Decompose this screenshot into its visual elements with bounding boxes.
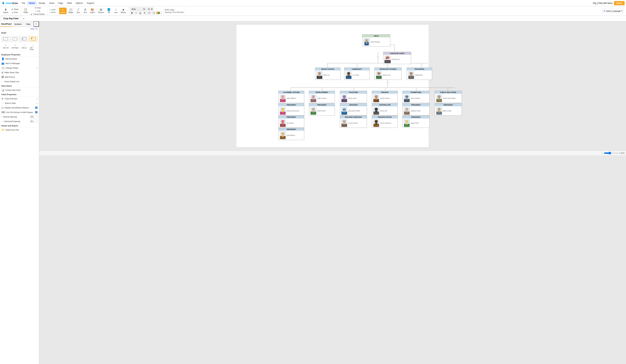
node-pres-dylan[interactable]: PRESIDENT Dylan Forth [402,115,430,128]
shape-rect-pic-left[interactable] [20,36,29,42]
nav-design[interactable]: Design [37,1,47,5]
node-pres-sydney[interactable]: PRESIDENT Sydney Small [402,103,430,115]
horizontal-spacing-input[interactable] [30,120,38,123]
zoom-in-icon[interactable]: + [619,152,620,154]
styles-button[interactable]: 🎨 Styles [89,8,96,14]
add-up-button[interactable]: ↑ Add Up [20,43,29,51]
node-deans-office[interactable]: DEAN'S OFFICE Mike Fox [315,68,340,80]
node-community[interactable]: COMMUNITY Lou Silva [344,68,370,80]
select-button[interactable]: ↖ Select [59,8,67,14]
vertical-spacing-input[interactable] [30,115,38,118]
create-sub-chart-item[interactable]: 📊 Create Sub-Chart [0,88,39,92]
line2-button[interactable]: ─ Line [113,8,119,14]
node-programs-avatar [408,71,414,79]
change-shape-item[interactable]: ⬜ Change Shape ▸ [0,66,39,70]
italic-button[interactable]: I [134,11,137,14]
node-pres-star[interactable]: PRESIDENT Star Matson [278,128,304,140]
export-button[interactable]: ⬆ Export [2,8,9,14]
node-pres-ilya[interactable]: PRESIDENT Ilya Misha [278,115,304,128]
use-ctrl-checkbox[interactable] [35,111,38,113]
node-programs[interactable]: PROGRAMS Phillip Bert [407,68,432,80]
node-pres-star-body: Star Matson [278,131,304,140]
tab-corp-org-chart[interactable]: Corp Org Chart [1,16,21,21]
add-tab-button[interactable]: + [21,16,26,21]
symbols-tab[interactable]: Symbols [13,21,23,27]
display-smartaction-item[interactable]: ⊡ Display SmartAction Buttons [0,106,39,110]
undo-button[interactable]: ↩ Undo [49,8,56,11]
node-development[interactable]: DEVELOPMENT Holly Greene [309,91,335,103]
node-pres-melissa[interactable]: PRESIDENT Melissa McGroom [278,103,304,115]
node-facilities[interactable]: FACILITIES Silvia Lewis [340,91,367,103]
node-public-relations[interactable]: PUBLIC RELATIONS Ernest Hernandez [435,91,462,103]
node-exhibitions[interactable]: EXHIBITIONS Jason Patrick [402,91,430,103]
node-finance[interactable]: FINANCE Lydia Chance [372,91,398,103]
text-button[interactable]: A Text [82,8,88,14]
font-color-swatch[interactable] [157,12,159,14]
copy-button[interactable]: ⧉ Copy [30,6,46,9]
nav-table[interactable]: Table [65,1,74,5]
draw-dotted-line-item[interactable]: ··· Draw Dotted Line [0,79,39,84]
subscript-button[interactable]: x₂ [152,11,156,14]
shape-rect-pic-icon[interactable] [29,36,38,42]
node-graduate[interactable]: GRADUATE STUDIES Marvin Lee [375,68,401,80]
canvas-area[interactable]: DEAN Peter Murphy AUXILIARY STAFF [39,21,626,364]
strikethrough-button[interactable]: S [143,11,146,14]
node-pres-billy[interactable]: PRESIDENT Billy Cordan [435,103,462,115]
smartpanel-tab[interactable]: SmartPanel [0,21,13,27]
share-ribbon-button[interactable]: 🔗 Share [10,8,20,11]
print-button[interactable]: 🖨 Print [10,11,20,14]
underline-button[interactable]: U [138,11,142,14]
share-button[interactable]: Share [614,1,625,5]
close-panel-button[interactable]: ✕ [34,21,39,27]
branch-style-item[interactable]: ⋮ Branch Style ▸ [0,101,39,106]
make-same-size-item[interactable]: ⊞ Make Same Size [0,70,39,75]
line-button[interactable]: ╱ Line [75,8,81,14]
superscript-button[interactable]: x² [147,11,151,14]
node-grounds[interactable]: GROUNDS Kate [340,103,367,115]
fill-button[interactable]: 🪣 Fill [106,8,112,14]
app-logo[interactable]: smartdraw [1,1,18,5]
nav-file[interactable]: File [20,1,27,5]
format-painter-button[interactable]: 🖌 Format Painter [30,13,46,16]
node-aux[interactable]: AUXILIARY STAFF Ronald Cox [383,52,411,64]
nav-home[interactable]: Home [27,1,37,5]
use-ctrl-item[interactable]: ⌨ Use Ctrl+Arrows to Add Shapes [0,110,39,114]
node-dean[interactable]: DEAN Peter Murphy [362,35,390,47]
paste-button[interactable]: 📋 Paste [23,8,29,14]
cut-button[interactable]: ✂ Cut [30,10,46,13]
shape-rect-flat[interactable] [1,36,10,42]
nav-page[interactable]: Page [56,1,65,5]
shape-button[interactable]: ⬜ Shape [67,8,75,14]
themes-button[interactable]: ⊞ Themes [97,8,105,14]
add-left-button[interactable]: ← Add Left [1,43,10,51]
add-assistant-item[interactable]: 👤 Add Assistant [0,57,39,61]
node-pres-robin[interactable]: PRESIDENT Robin Short [309,103,335,115]
add-picture-item[interactable]: 🖼 Add Picture [0,75,39,79]
node-finance-office[interactable]: FINANCE OFFICE Fiona Anderson [372,115,398,128]
import-from-file-item[interactable]: 📁 Import from File [0,128,39,132]
node-building-svc[interactable]: BUILDING SERVICES Cassie Bonne [340,115,367,128]
node-controller[interactable]: CONTROLLER Henry Hill [372,103,398,115]
nav-insert[interactable]: Insert [47,1,56,5]
chart-direction-item[interactable]: ⊕ Chart Direction ▸ [0,96,39,101]
display-smartaction-checkbox[interactable] [35,107,38,109]
add-right-button[interactable]: → Add Right [11,43,19,51]
font-highlight-icon[interactable]: ○ [160,11,161,14]
font-family-select[interactable]: Arial [130,7,146,11]
data-tab[interactable]: Data [23,21,34,27]
nav-support[interactable]: Support [85,1,96,5]
effects-button[interactable]: ★ Effects [120,8,127,14]
add-co-manager-item[interactable]: 👥 Add Co-Manager [0,61,39,66]
redo-button[interactable]: ↪ Redo [49,11,56,13]
nav-options[interactable]: Options [74,1,85,5]
zoom-out-icon[interactable]: − [602,152,603,154]
node-academic[interactable]: ACADEMIC AFFAIRS Kate Williams [278,91,304,103]
zoom-slider[interactable] [604,152,618,154]
help-link[interactable]: Help [30,28,35,30]
bold-button[interactable]: B [130,11,134,14]
font-size-select[interactable]: 10 [146,7,153,11]
select-language-button[interactable]: G Select Language ▾ [602,9,624,13]
shape-rect-rounded[interactable] [11,36,19,42]
node-pres-dylan-body: Dylan Forth [403,118,429,128]
add-down-button[interactable]: ↓ Add Down [29,43,38,51]
